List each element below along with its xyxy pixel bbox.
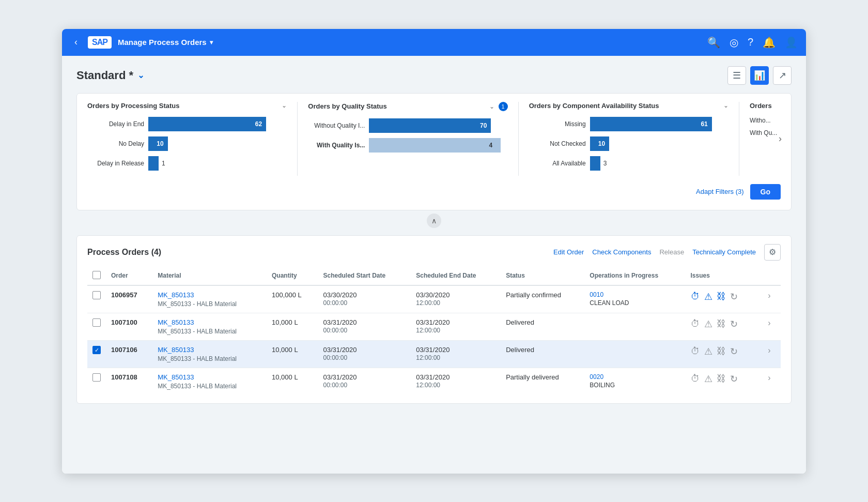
row-checkbox[interactable] xyxy=(92,318,101,327)
go-button[interactable]: Go xyxy=(750,184,781,200)
technically-complete-button[interactable]: Technically Complete xyxy=(692,248,756,256)
user-icon[interactable]: 👤 xyxy=(785,36,798,49)
hierarchy-icon[interactable]: ⛓ xyxy=(717,346,726,357)
bar[interactable]: 62 xyxy=(148,117,266,131)
clock-icon[interactable]: ⏱ xyxy=(691,346,700,357)
op-link[interactable]: 0010 xyxy=(590,291,680,298)
row-checkbox-checked[interactable]: ✓ xyxy=(92,346,101,354)
focus-icon[interactable]: ◎ xyxy=(730,36,738,49)
chart-scroll-right[interactable]: › xyxy=(779,133,782,144)
row-checkbox[interactable] xyxy=(92,291,101,299)
material-link[interactable]: MK_850133 xyxy=(158,291,261,299)
refresh-icon[interactable]: ↻ xyxy=(730,373,738,385)
check-components-button[interactable]: Check Components xyxy=(592,248,651,256)
material-link[interactable]: MK_850133 xyxy=(158,318,261,326)
search-icon[interactable]: 🔍 xyxy=(707,36,720,49)
table-settings-button[interactable]: ⚙ xyxy=(764,244,781,261)
collapse-btn[interactable]: ∧ xyxy=(427,214,441,228)
clock-icon[interactable]: ⏱ xyxy=(691,318,700,329)
bar-label: All Available xyxy=(529,160,586,167)
refresh-icon[interactable]: ↻ xyxy=(730,346,738,357)
col-checkbox xyxy=(87,267,106,285)
edit-order-button[interactable]: Edit Order xyxy=(553,248,584,256)
bar-container: 10 xyxy=(148,136,287,151)
bar[interactable] xyxy=(590,156,600,171)
bar-container: 61 xyxy=(590,117,729,131)
chart-panel-1-chevron[interactable]: ⌄ xyxy=(282,102,287,109)
row-nav-arrow[interactable]: › xyxy=(764,346,770,355)
app-window: ‹ SAP Manage Process Orders ▾ 🔍 ◎ ? 🔔 👤 … xyxy=(62,29,806,474)
select-all-checkbox[interactable] xyxy=(92,271,101,279)
export-button[interactable]: ↗ xyxy=(773,66,792,85)
col-material: Material xyxy=(152,267,267,285)
help-icon[interactable]: ? xyxy=(748,36,753,48)
sap-logo: SAP xyxy=(88,36,112,49)
notifications-icon[interactable]: 🔔 xyxy=(763,36,776,49)
material-link[interactable]: MK_850133 xyxy=(158,346,261,354)
back-button[interactable]: ‹ xyxy=(70,35,82,50)
shell-bar: ‹ SAP Manage Process Orders ▾ 🔍 ◎ ? 🔔 👤 xyxy=(62,29,806,56)
bar[interactable] xyxy=(148,156,159,171)
chart-panel-3-title: Orders by Component Availability Status xyxy=(529,102,659,110)
op-link[interactable]: 0020 xyxy=(590,373,680,381)
row-checkbox-cell: ✓ xyxy=(87,340,106,368)
row-start-date: 03/31/202000:00:00 xyxy=(318,340,411,368)
bar[interactable]: 70 xyxy=(369,118,491,133)
bar-container: 10 xyxy=(590,136,729,151)
chart-panel-3-chevron[interactable]: ⌄ xyxy=(723,102,729,109)
material-link[interactable]: MK_850133 xyxy=(158,373,261,381)
chart-view-button[interactable]: 📊 xyxy=(750,66,769,85)
refresh-icon[interactable]: ↻ xyxy=(730,318,738,330)
row-nav-arrow[interactable]: › xyxy=(764,318,770,327)
clock-icon[interactable]: ⏱ xyxy=(691,291,700,302)
chart-panel-2-title: Orders by Quality Status xyxy=(308,102,386,110)
col-quantity: Quantity xyxy=(267,267,318,285)
row-order-id: 1006957 xyxy=(106,285,152,313)
row-issues: ⏱ ⚠ ⛓ ↻ xyxy=(686,313,759,340)
table-header: Order Material Quantity Scheduled Start … xyxy=(87,267,781,285)
chart-panel-3-header: Orders by Component Availability Status … xyxy=(529,102,729,110)
bar-value: 1 xyxy=(162,160,165,167)
list-view-button[interactable]: ☰ xyxy=(727,66,746,85)
bar-row: Without Quality I... 70 xyxy=(308,118,507,133)
toolbar-icons: ☰ 📊 ↗ xyxy=(727,66,792,85)
hierarchy-icon[interactable]: ⛓ xyxy=(717,291,726,302)
table-actions: Edit Order Check Components Release Tech… xyxy=(553,244,781,261)
row-order-id: 1007108 xyxy=(106,368,152,395)
row-checkbox[interactable] xyxy=(92,373,101,382)
chart-panel-availability: Orders by Component Availability Status … xyxy=(519,102,739,176)
adapt-filters-link[interactable]: Adapt Filters (3) xyxy=(696,188,743,195)
material-desc: MK_850133 - HALB Material xyxy=(158,383,237,390)
bar-selected[interactable]: 4 xyxy=(369,138,501,153)
bar-container: 3 xyxy=(590,156,729,171)
warning-icon[interactable]: ⚠ xyxy=(704,318,712,330)
row-quantity: 10,000 L xyxy=(267,313,318,340)
bar-row: Witho... xyxy=(750,117,781,124)
chart-panel-2-chevron[interactable]: ⌄ xyxy=(489,103,494,110)
hierarchy-icon[interactable]: ⛓ xyxy=(717,373,726,384)
row-nav: › xyxy=(758,313,781,340)
bar[interactable]: 10 xyxy=(590,136,610,151)
release-button: Release xyxy=(659,248,684,256)
title-dropdown-arrow[interactable]: ▾ xyxy=(210,39,213,46)
bar-container: 62 xyxy=(148,117,287,131)
collapse-handle[interactable]: ∧ xyxy=(76,210,792,231)
warning-icon[interactable]: ⚠ xyxy=(704,291,712,302)
row-nav-arrow[interactable]: › xyxy=(764,373,770,382)
warning-icon[interactable]: ⚠ xyxy=(704,373,712,385)
warning-icon[interactable]: ⚠ xyxy=(704,346,712,357)
col-start-date: Scheduled Start Date xyxy=(318,267,411,285)
bar[interactable]: 61 xyxy=(590,117,712,131)
row-operations: 0020 BOILING xyxy=(584,368,685,395)
row-start-date: 03/31/202000:00:00 xyxy=(318,368,411,395)
refresh-icon[interactable]: ↻ xyxy=(730,291,738,302)
clock-icon[interactable]: ⏱ xyxy=(691,373,700,384)
view-chevron[interactable]: ⌄ xyxy=(137,70,144,80)
bar[interactable]: 10 xyxy=(148,136,168,151)
hierarchy-icon[interactable]: ⛓ xyxy=(717,318,726,329)
page-title: Standard * ⌄ xyxy=(76,69,144,82)
content-area: Standard * ⌄ ☰ 📊 ↗ Orders by Processing … xyxy=(62,56,806,474)
bar-container: 4 xyxy=(369,138,507,153)
chart-panel-quality: Orders by Quality Status ⌄ 1 Without Qua… xyxy=(298,102,518,176)
row-nav-arrow[interactable]: › xyxy=(764,291,770,300)
